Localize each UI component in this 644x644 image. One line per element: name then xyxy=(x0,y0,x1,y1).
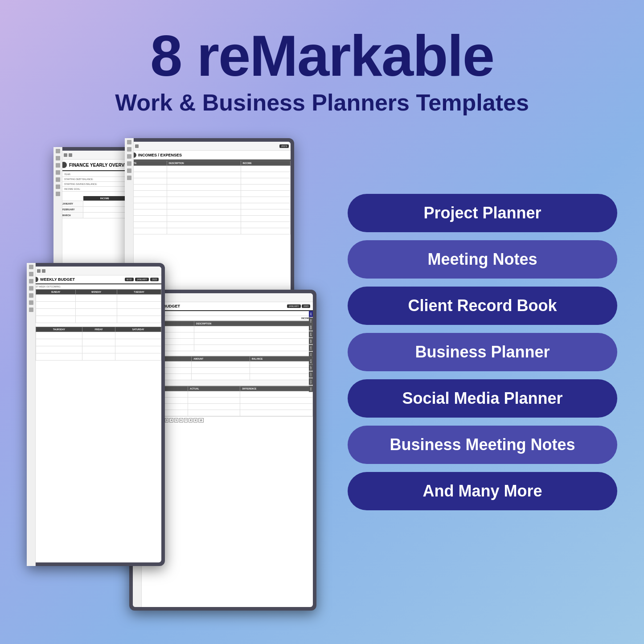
mb-col-actual: ACTUAL xyxy=(188,386,240,391)
wb-sidebar-icon-1[interactable] xyxy=(30,267,33,269)
wb-sidebar-icon-3[interactable] xyxy=(30,279,33,283)
score-9: 9 xyxy=(193,418,197,422)
device-weekly-budget: WEEKLY BUDGET W 02 JANUARY 2023 LAST WEE… xyxy=(27,263,165,566)
ie-row-11 xyxy=(129,228,291,234)
wb-sidebar-icon-7[interactable] xyxy=(30,308,33,312)
pill-client-record-book-label: Client Record Book xyxy=(408,296,557,315)
tab-oct[interactable]: OCT xyxy=(309,371,313,377)
pill-social-media-planner[interactable]: Social Media Planner xyxy=(348,379,617,418)
header-section: 8 reMarkable Work & Business Planners Te… xyxy=(0,0,644,129)
mb-col-difference: DIFFERENCE xyxy=(240,386,313,391)
ie-row-8 xyxy=(129,209,291,216)
ie-row-4 xyxy=(129,185,291,191)
content-area: FINANCE YEARLY OVERVIEW YEAR: BEGINNING:… xyxy=(27,138,617,539)
wb-badges: W 02 JANUARY 2023 xyxy=(125,278,159,281)
ie-sidebar-icon-3[interactable] xyxy=(128,154,131,159)
sidebar-icon-undo[interactable] xyxy=(57,185,60,189)
tab-jan[interactable]: JAN xyxy=(309,311,313,317)
score-10: 10 xyxy=(198,418,204,422)
tab-aug[interactable]: AUG xyxy=(309,358,313,365)
sidebar-icon-search[interactable] xyxy=(57,177,60,182)
toolbar-icon-2 xyxy=(64,153,67,157)
sidebar-icon-redo[interactable] xyxy=(57,192,60,196)
main-title: 8 reMarkable xyxy=(0,27,644,85)
ie-row-10 xyxy=(129,222,291,228)
ie-toolbar-icon-2 xyxy=(135,144,139,148)
ie-row-1 xyxy=(129,166,291,172)
wb-sidebar-icon-4[interactable] xyxy=(30,286,33,291)
pill-meeting-notes[interactable]: Meeting Notes xyxy=(348,240,617,279)
score-4: 4 xyxy=(169,418,173,422)
tab-dec[interactable]: DEC xyxy=(309,386,313,392)
tab-may[interactable]: MAY xyxy=(309,338,313,344)
ie-sidebar-icon-4[interactable] xyxy=(128,161,131,166)
devices-area: FINANCE YEARLY OVERVIEW YEAR: BEGINNING:… xyxy=(27,138,339,539)
ie-row-2 xyxy=(129,172,291,178)
score-3: 3 xyxy=(165,418,169,422)
last-week-label: LAST WEEK OUTCOMING: xyxy=(30,284,161,289)
wb-sidebar-icon-2[interactable] xyxy=(30,272,33,276)
wb-col-tuesday: TUESDAY xyxy=(117,290,161,295)
pill-meeting-notes-label: Meeting Notes xyxy=(427,250,537,268)
wb-content: WEEKLY BUDGET W 02 JANUARY 2023 LAST WEE… xyxy=(30,267,161,562)
wb-notes-row-bottom: NOTES xyxy=(31,353,161,361)
wb-badge-month: JANUARY xyxy=(135,278,149,281)
ie-toolbar: 2023 xyxy=(128,142,291,151)
wb-notes-row-top: NOTES xyxy=(31,316,161,323)
wb-title: WEEKLY BUDGET xyxy=(40,277,75,282)
pill-and-many-more[interactable]: And Many More xyxy=(348,472,617,510)
ie-row-7 xyxy=(129,203,291,209)
sidebar-icon-edit[interactable] xyxy=(57,163,60,168)
finance-yearly-title: FINANCE YEARLY OVERVIEW xyxy=(69,163,133,168)
wb-planned-row-top: PLANNED xyxy=(31,295,161,302)
wb-planned-row-bottom: PLANNED xyxy=(31,332,161,339)
mb-badge-month: JANUARY xyxy=(287,304,301,308)
wb-bottom-table: THURSDAY FRIDAY SATURDAY PLANNED xyxy=(30,327,161,361)
ie-row-5 xyxy=(129,191,291,197)
sidebar-icon-move[interactable] xyxy=(57,170,60,175)
wb-sidebar xyxy=(30,267,36,562)
pill-social-media-planner-label: Social Media Planner xyxy=(402,389,562,407)
wb-sidebar-icon-5[interactable] xyxy=(30,293,33,298)
pill-project-planner[interactable]: Project Planner xyxy=(348,194,617,232)
wb-col-saturday: SATURDAY xyxy=(115,327,161,332)
score-7: 7 xyxy=(184,418,188,422)
ie-col-description: DESCRIPTION xyxy=(167,161,241,166)
ie-row-9 xyxy=(129,216,291,222)
wb-toolbar-icon-3 xyxy=(42,269,45,273)
wb-sidebar-icon-6[interactable] xyxy=(30,300,33,305)
mb-badge-year: 2023 xyxy=(302,304,310,308)
ie-sidebar-icon-6[interactable] xyxy=(128,176,131,180)
wb-total-row-bottom: TOTAL xyxy=(31,346,161,353)
ie-title: INCOMES / EXPENSES xyxy=(138,153,182,157)
wb-toolbar-icon-2 xyxy=(37,269,41,273)
ie-sidebar-icon-5[interactable] xyxy=(128,168,131,173)
pill-business-planner[interactable]: Business Planner xyxy=(348,333,617,371)
score-8: 8 xyxy=(189,418,193,422)
ie-sidebar-icon-1[interactable] xyxy=(128,142,131,144)
sidebar-icon-home[interactable] xyxy=(57,151,60,153)
sub-title: Work & Business Planners Templates xyxy=(0,89,644,116)
tab-nov[interactable]: NOV xyxy=(309,378,313,385)
tab-jun[interactable]: JUN xyxy=(309,345,313,351)
wb-extra-row-bottom: EXTRA xyxy=(31,339,161,346)
tab-mar[interactable]: MAR xyxy=(309,324,313,331)
pill-client-record-book[interactable]: Client Record Book xyxy=(348,287,617,325)
pill-business-meeting-notes[interactable]: Business Meeting Notes xyxy=(348,426,617,464)
tab-feb[interactable]: FEB xyxy=(309,318,313,324)
wb-total-row-top: TOTAL xyxy=(31,309,161,316)
tab-sep[interactable]: SEP xyxy=(309,365,313,371)
tab-jul[interactable]: JUL xyxy=(309,352,313,357)
ie-sidebar-icon-2[interactable] xyxy=(128,147,131,152)
wb-col-monday: MONDAY xyxy=(76,290,117,295)
mb-badges: JANUARY 2023 xyxy=(287,304,310,308)
wb-top-table: SUNDAY MONDAY TUESDAY PLANNED xyxy=(30,289,161,323)
pill-business-meeting-notes-label: Business Meeting Notes xyxy=(390,435,575,454)
pill-and-many-more-label: And Many More xyxy=(422,482,542,500)
sidebar-icon-menu[interactable] xyxy=(57,156,60,160)
score-5: 5 xyxy=(174,418,178,422)
mb-col-amount: AMOUNT xyxy=(192,357,250,361)
pills-area: Project Planner Meeting Notes Client Rec… xyxy=(339,138,617,539)
month-tabs: JAN FEB MAR APR MAY JUN JUL AUG SEP OCT … xyxy=(309,311,313,392)
tab-apr[interactable]: APR xyxy=(309,331,313,337)
